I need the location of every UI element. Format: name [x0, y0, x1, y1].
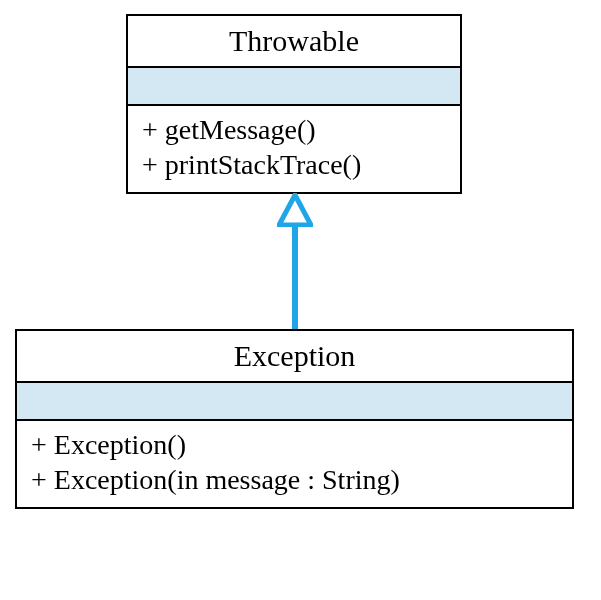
class-methods-exception: + Exception() + Exception(in message : S… [17, 421, 572, 507]
method-item: + printStackTrace() [142, 147, 446, 182]
class-attributes-exception [17, 383, 572, 421]
uml-class-throwable: Throwable + getMessage() + printStackTra… [126, 14, 462, 194]
inheritance-arrow-line [292, 225, 298, 329]
method-item: + getMessage() [142, 112, 446, 147]
class-methods-throwable: + getMessage() + printStackTrace() [128, 106, 460, 192]
method-item: + Exception(in message : String) [31, 462, 558, 497]
inheritance-arrow-head [277, 193, 313, 227]
class-title-throwable: Throwable [128, 16, 460, 68]
class-title-exception: Exception [17, 331, 572, 383]
class-attributes-throwable [128, 68, 460, 106]
method-item: + Exception() [31, 427, 558, 462]
uml-class-exception: Exception + Exception() + Exception(in m… [15, 329, 574, 509]
svg-marker-0 [279, 195, 311, 225]
